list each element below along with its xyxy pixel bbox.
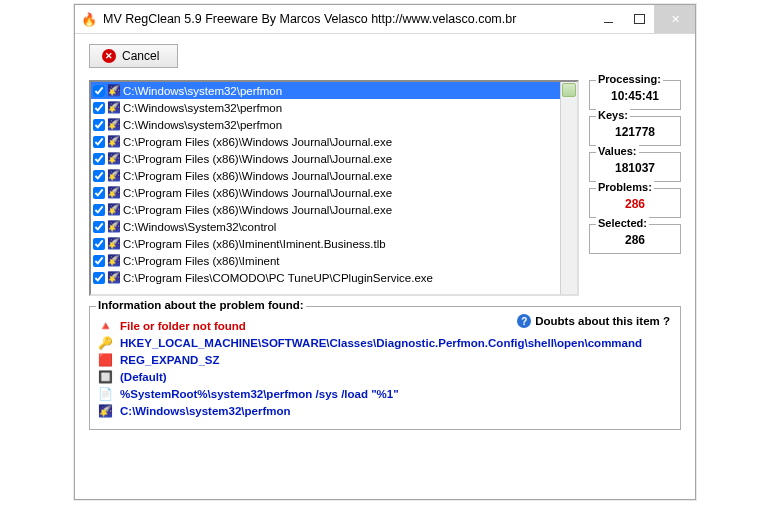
row-checkbox[interactable]: [93, 136, 105, 148]
row-checkbox[interactable]: [93, 119, 105, 131]
info-row: 🔑HKEY_LOCAL_MACHINE\SOFTWARE\Classes\Dia…: [98, 334, 672, 351]
row-checkbox[interactable]: [93, 153, 105, 165]
list-item[interactable]: 🌠C:\Program Files (x86)\Iminent: [91, 252, 560, 269]
info-row-text: HKEY_LOCAL_MACHINE\SOFTWARE\Classes\Diag…: [120, 337, 642, 349]
list-item[interactable]: 🌠C:\Windows\system32\perfmon: [91, 99, 560, 116]
info-row-icon: 🔑: [98, 336, 112, 350]
row-path: C:\Program Files (x86)\Windows Journal\J…: [123, 187, 558, 199]
row-path: C:\Windows\System32\control: [123, 221, 558, 233]
row-checkbox[interactable]: [93, 238, 105, 250]
row-icon: 🌠: [108, 255, 120, 267]
stat-label: Problems:: [596, 181, 654, 193]
row-path: C:\Windows\system32\perfmon: [123, 119, 558, 131]
stat-values: Values: 181037: [589, 152, 681, 182]
row-checkbox[interactable]: [93, 221, 105, 233]
close-button[interactable]: [654, 5, 695, 33]
stat-value: 181037: [594, 161, 676, 175]
app-window: 🔥 MV RegClean 5.9 Freeware By Marcos Vel…: [74, 4, 696, 500]
info-row: 🟥REG_EXPAND_SZ: [98, 351, 672, 368]
row-icon: 🌠: [108, 102, 120, 114]
titlebar[interactable]: 🔥 MV RegClean 5.9 Freeware By Marcos Vel…: [75, 5, 695, 34]
row-checkbox[interactable]: [93, 187, 105, 199]
info-row-text: REG_EXPAND_SZ: [120, 354, 219, 366]
list-item[interactable]: 🌠C:\Program Files (x86)\Windows Journal\…: [91, 184, 560, 201]
stat-value: 286: [594, 233, 676, 247]
stat-label: Values:: [596, 145, 639, 157]
row-checkbox[interactable]: [93, 102, 105, 114]
question-icon: ?: [517, 314, 531, 328]
info-row-icon: 🔲: [98, 370, 112, 384]
list-viewport: 🌠C:\Windows\system32\perfmon🌠C:\Windows\…: [91, 82, 560, 294]
row-path: C:\Program Files (x86)\Windows Journal\J…: [123, 153, 558, 165]
row-icon: 🌠: [108, 136, 120, 148]
row-icon: 🌠: [108, 187, 120, 199]
vertical-scrollbar[interactable]: [560, 82, 577, 294]
info-row-text: C:\Windows\system32\perfmon: [120, 405, 291, 417]
list-item[interactable]: 🌠C:\Program Files (x86)\Iminent\Iminent.…: [91, 235, 560, 252]
window-body: ✕ Cancel 🌠C:\Windows\system32\perfmon🌠C:…: [75, 34, 695, 442]
row-path: C:\Program Files (x86)\Iminent: [123, 255, 558, 267]
row-path: C:\Program Files (x86)\Windows Journal\J…: [123, 204, 558, 216]
row-icon: 🌠: [108, 85, 120, 97]
info-row-text: (Default): [120, 371, 167, 383]
info-row-icon: 🔺: [98, 319, 112, 333]
list-item[interactable]: 🌠C:\Windows\system32\perfmon: [91, 82, 560, 99]
row-icon: 🌠: [108, 238, 120, 250]
row-path: C:\Windows\system32\perfmon: [123, 102, 558, 114]
minimize-button[interactable]: [592, 5, 623, 33]
scrollbar-thumb[interactable]: [562, 83, 576, 97]
list-item[interactable]: 🌠C:\Program Files (x86)\Windows Journal\…: [91, 167, 560, 184]
info-header: Information about the problem found:: [96, 299, 306, 311]
row-checkbox[interactable]: [93, 204, 105, 216]
list-item[interactable]: 🌠C:\Program Files (x86)\Windows Journal\…: [91, 150, 560, 167]
cancel-label: Cancel: [122, 49, 159, 63]
list-item[interactable]: 🌠C:\Windows\System32\control: [91, 218, 560, 235]
row-checkbox[interactable]: [93, 272, 105, 284]
row-path: C:\Windows\system32\perfmon: [123, 85, 558, 97]
stat-processing: Processing: 10:45:41: [589, 80, 681, 110]
row-checkbox[interactable]: [93, 85, 105, 97]
list-item[interactable]: 🌠C:\Program Files (x86)\Windows Journal\…: [91, 133, 560, 150]
stat-keys: Keys: 121778: [589, 116, 681, 146]
main-row: 🌠C:\Windows\system32\perfmon🌠C:\Windows\…: [89, 80, 681, 296]
cancel-icon: ✕: [102, 49, 116, 63]
stat-selected: Selected: 286: [589, 224, 681, 254]
info-row-icon: 🟥: [98, 353, 112, 367]
info-row-icon: 📄: [98, 387, 112, 401]
stat-problems: Problems: 286: [589, 188, 681, 218]
row-icon: 🌠: [108, 153, 120, 165]
stat-value: 10:45:41: [594, 89, 676, 103]
info-row: 📄%SystemRoot%\system32\perfmon /sys /loa…: [98, 385, 672, 402]
info-panel: Information about the problem found: ? D…: [89, 306, 681, 430]
row-path: C:\Program Files\COMODO\PC TuneUP\CPlugi…: [123, 272, 558, 284]
row-checkbox[interactable]: [93, 170, 105, 182]
list-item[interactable]: 🌠C:\Program Files\COMODO\PC TuneUP\CPlug…: [91, 269, 560, 286]
row-icon: 🌠: [108, 204, 120, 216]
row-path: C:\Program Files (x86)\Windows Journal\J…: [123, 136, 558, 148]
window-title: MV RegClean 5.9 Freeware By Marcos Velas…: [103, 12, 592, 26]
stats-panel: Processing: 10:45:41 Keys: 121778 Values…: [589, 80, 681, 296]
info-row: 🌠C:\Windows\system32\perfmon: [98, 402, 672, 419]
cancel-button[interactable]: ✕ Cancel: [89, 44, 178, 68]
stat-label: Keys:: [596, 109, 630, 121]
list-item[interactable]: 🌠C:\Windows\system32\perfmon: [91, 116, 560, 133]
maximize-button[interactable]: [623, 5, 654, 33]
stat-value: 121778: [594, 125, 676, 139]
row-icon: 🌠: [108, 221, 120, 233]
doubts-link[interactable]: ? Doubts about this item ?: [517, 314, 670, 328]
info-row-text: %SystemRoot%\system32\perfmon /sys /load…: [120, 388, 399, 400]
row-icon: 🌠: [108, 272, 120, 284]
list-item[interactable]: 🌠C:\Program Files (x86)\Windows Journal\…: [91, 201, 560, 218]
stat-label: Processing:: [596, 73, 663, 85]
doubts-label: Doubts about this item ?: [535, 315, 670, 327]
app-icon: 🔥: [81, 11, 97, 27]
row-checkbox[interactable]: [93, 255, 105, 267]
info-rows: 🔺File or folder not found🔑HKEY_LOCAL_MAC…: [98, 317, 672, 419]
row-icon: 🌠: [108, 119, 120, 131]
info-row: 🔲(Default): [98, 368, 672, 385]
row-path: C:\Program Files (x86)\Windows Journal\J…: [123, 170, 558, 182]
caption-buttons: [592, 5, 695, 33]
info-row-icon: 🌠: [98, 404, 112, 418]
problems-list[interactable]: 🌠C:\Windows\system32\perfmon🌠C:\Windows\…: [89, 80, 579, 296]
info-row-text: File or folder not found: [120, 320, 246, 332]
